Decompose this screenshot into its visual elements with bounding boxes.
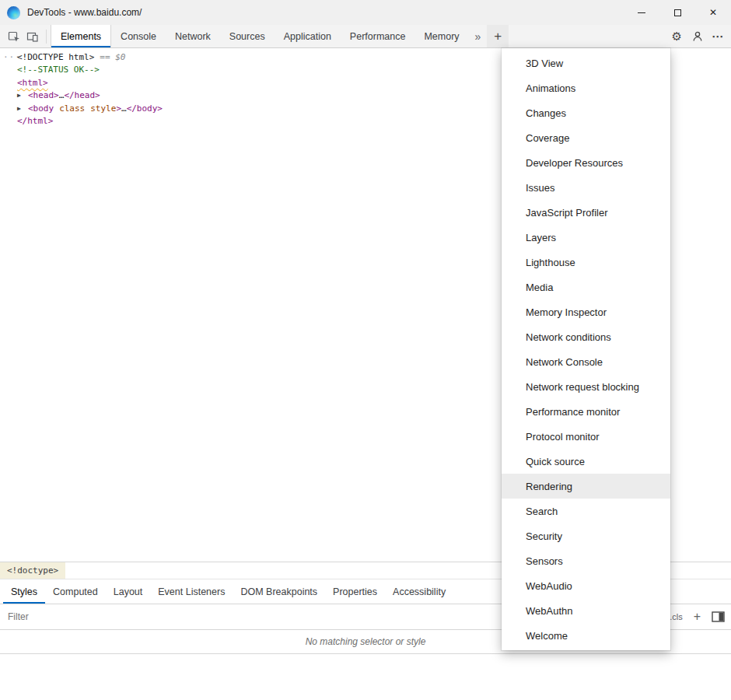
menu-item-media[interactable]: Media [502,275,670,299]
tab-performance[interactable]: Performance [341,25,415,47]
window-title: DevTools - www.baidu.com/ [27,7,142,18]
dom-node-comment[interactable]: <!--STATUS OK--> [0,64,501,76]
dom-node-html-open[interactable]: <html> [0,77,501,89]
split-pane-icon [712,611,725,622]
dom-node-doctype[interactable]: ···<!DOCTYPE html>== $0 [0,51,501,64]
minimize-icon [638,12,645,13]
tab-memory[interactable]: Memory [414,25,468,47]
toolbar-separator [46,30,47,44]
menu-item-webaudio[interactable]: WebAudio [502,573,670,598]
title-bar: DevTools - www.baidu.com/ ✕ [0,0,731,25]
html-open-tag: <html> [17,78,48,88]
settings-button[interactable]: ⚙ [666,30,688,44]
tab-console[interactable]: Console [111,25,166,47]
edge-logo-icon [7,6,20,19]
tab-sources[interactable]: Sources [220,25,275,47]
more-tools-menu: 3D View Animations Changes Coverage Deve… [502,48,670,650]
body-attr-class: class [59,103,85,114]
menu-item-quick-source[interactable]: Quick source [502,449,670,474]
styles-empty-message: No matching selector or style [306,636,426,647]
window-controls: ✕ [624,0,731,25]
more-nodes-ellipsis[interactable]: ··· [3,51,17,64]
device-toolbar-button[interactable] [23,26,42,47]
panel-tabs: Elements Console Network Sources Applica… [51,25,469,47]
dom-node-body[interactable]: ▶<bodyclassstyle>…</body> [0,103,501,115]
toolbar-right: ⚙ ⋯ [666,25,731,47]
menu-item-webauthn[interactable]: WebAuthn [502,598,670,623]
menu-item-network-console[interactable]: Network Console [502,349,670,374]
head-close-tag: </head> [64,90,100,100]
tab-event-listeners[interactable]: Event Listeners [150,579,233,604]
new-style-rule-button[interactable]: + [694,611,701,623]
inspect-icon [8,30,20,43]
elements-dom-tree: ···<!DOCTYPE html>== $0 <!--STATUS OK-->… [0,49,501,562]
inspect-element-button[interactable] [5,26,23,47]
close-button[interactable]: ✕ [695,0,731,25]
menu-item-rendering[interactable]: Rendering [502,474,670,499]
menu-item-changes[interactable]: Changes [502,100,670,125]
menu-item-lighthouse[interactable]: Lighthouse [502,250,670,275]
doctype-text: <!DOCTYPE html> [17,52,94,62]
tab-application[interactable]: Application [275,25,341,47]
maximize-button[interactable] [659,0,695,25]
menu-item-layers[interactable]: Layers [502,225,670,250]
breadcrumb-doctype[interactable]: <!doctype> [0,562,65,579]
gear-icon: ⚙ [672,30,682,43]
html-close-tag: </html> [17,116,53,126]
menu-item-3d-view[interactable]: 3D View [502,51,670,75]
devtools-toolbar: Elements Console Network Sources Applica… [0,25,731,48]
menu-item-animations[interactable]: Animations [502,75,670,100]
tab-layout[interactable]: Layout [106,579,151,604]
menu-item-security[interactable]: Security [502,523,670,548]
tab-computed[interactable]: Computed [45,579,106,604]
body-attr-style: style [90,103,116,114]
tab-network[interactable]: Network [166,25,220,47]
toggle-element-classes-button[interactable]: .cls [670,612,683,621]
body-open-tag: <body [28,103,54,114]
more-tools-button[interactable]: + [487,25,509,47]
plus-icon: + [494,29,502,44]
head-open-tag: <head> [28,90,59,100]
tab-styles[interactable]: Styles [3,579,45,604]
menu-item-javascript-profiler[interactable]: JavaScript Profiler [502,200,670,225]
more-tabs-button[interactable]: » [469,25,488,47]
menu-item-search[interactable]: Search [502,499,670,523]
menu-item-welcome[interactable]: Welcome [502,623,670,648]
comment-text: <!--STATUS OK--> [17,65,100,75]
feedback-person-icon [691,30,704,43]
customize-devtools-button[interactable]: ⋯ [707,30,731,44]
ellipsis-icon: ⋯ [712,30,723,43]
body-close-tag: </body> [127,103,163,114]
toggle-computed-pane-button[interactable] [712,611,725,622]
more-tabs-icon: » [475,30,481,43]
menu-item-developer-resources[interactable]: Developer Resources [502,150,670,175]
minimize-button[interactable] [624,0,659,25]
dom-node-html-close[interactable]: </html> [0,115,501,128]
menu-item-performance-monitor[interactable]: Performance monitor [502,399,670,424]
expander-icon[interactable]: ▶ [17,103,28,115]
menu-item-sensors[interactable]: Sensors [502,548,670,573]
dom-node-head[interactable]: ▶<head>…</head> [0,89,501,102]
expander-icon[interactable]: ▶ [17,89,28,102]
menu-item-network-conditions[interactable]: Network conditions [502,324,670,349]
menu-item-protocol-monitor[interactable]: Protocol monitor [502,424,670,449]
feedback-button[interactable] [688,26,707,47]
selection-hint: == $0 [100,52,125,62]
menu-item-coverage[interactable]: Coverage [502,125,670,150]
tab-properties[interactable]: Properties [325,579,385,604]
body-ellipsis[interactable]: … [121,103,127,114]
maximize-icon [674,9,681,16]
device-toolbar-icon [26,30,39,43]
menu-item-memory-inspector[interactable]: Memory Inspector [502,299,670,324]
close-icon: ✕ [709,8,717,17]
tab-elements[interactable]: Elements [51,25,111,47]
menu-item-network-request-blocking[interactable]: Network request blocking [502,374,670,399]
styles-filter-input[interactable] [8,611,257,622]
body-open-bracket: > [116,103,121,114]
tab-dom-breakpoints[interactable]: DOM Breakpoints [233,579,325,604]
tab-accessibility[interactable]: Accessibility [385,579,453,604]
menu-item-issues[interactable]: Issues [502,175,670,200]
